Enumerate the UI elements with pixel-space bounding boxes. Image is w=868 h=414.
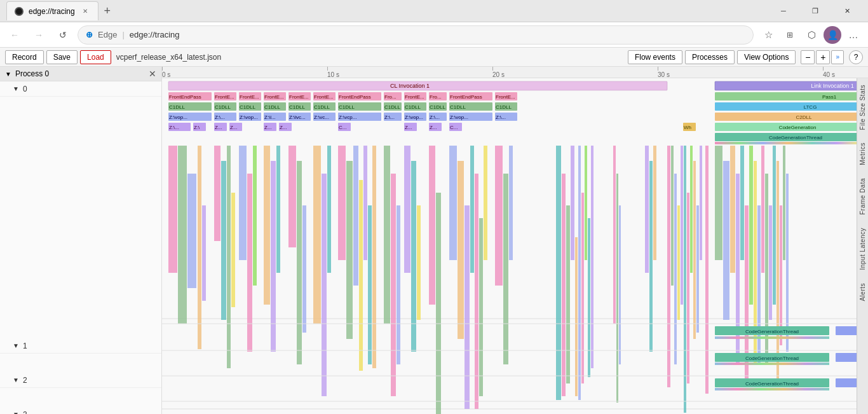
svg-text:Z:\...: Z:\...: [169, 125, 179, 130]
frame-data-tab[interactable]: Frame Data: [858, 172, 867, 221]
svg-text:C1DLL: C1DLL: [169, 104, 185, 110]
zoom-in-button[interactable]: +: [816, 50, 830, 64]
fit-button[interactable]: »: [831, 50, 844, 64]
zoom-out-button[interactable]: −: [801, 50, 815, 64]
thread-3-row[interactable]: ▼ 3: [0, 407, 161, 414]
svg-text:Pass1: Pass1: [822, 94, 837, 100]
process-0-header[interactable]: ▼ Process 0 ✕: [0, 67, 161, 81]
svg-text:FrontE...: FrontE...: [289, 94, 309, 100]
wallet-button[interactable]: ⬡: [802, 25, 821, 45]
svg-rect-194: [765, 174, 768, 364]
address-bar: ← → ↺ ⊕ Edge | edge://tracing ☆ ⊞ ⬡ 👤 …: [0, 22, 868, 48]
svg-text:C1DLL: C1DLL: [496, 104, 512, 110]
svg-text:FrontE...: FrontE...: [496, 94, 515, 100]
svg-text:FrontE...: FrontE...: [314, 94, 334, 100]
svg-rect-140: [397, 205, 400, 364]
svg-rect-151: [479, 218, 483, 396]
trace-panel: 0 s 10 s 20 s 30 s 40 s: [162, 67, 868, 414]
svg-rect-81: [715, 113, 857, 121]
close-button[interactable]: ✕: [832, 1, 862, 20]
browser-brand: Edge: [98, 30, 117, 39]
alerts-tab[interactable]: Alerts: [858, 277, 867, 308]
thread-3-triangle: ▼: [13, 411, 19, 414]
svg-rect-137: [372, 146, 376, 368]
svg-rect-123: [271, 161, 276, 352]
save-button[interactable]: Save: [46, 50, 78, 64]
tab-close-button[interactable]: ✕: [80, 6, 90, 17]
title-bar: edge://tracing ✕ + ─ ❐ ✕: [0, 0, 868, 22]
ruler-tick-30: 30 s: [658, 67, 670, 78]
favorites-button[interactable]: ☆: [759, 25, 778, 45]
svg-rect-153: [495, 146, 503, 286]
processes-button[interactable]: Processes: [685, 50, 735, 64]
thread-2-spacer: [0, 388, 161, 407]
thread-2-row[interactable]: ▼ 2: [0, 373, 161, 388]
tab-favicon: [15, 7, 24, 16]
svg-rect-200: [786, 174, 789, 352]
file-size-stats-tab[interactable]: File Size Stats: [858, 78, 867, 136]
svg-rect-130: [327, 146, 331, 273]
thread-0-row[interactable]: ▼ 0: [0, 81, 161, 97]
svg-rect-184: [715, 146, 722, 260]
svg-rect-142: [411, 161, 416, 352]
svg-rect-114: [202, 205, 206, 301]
svg-rect-124: [276, 146, 280, 273]
svg-rect-117: [227, 146, 231, 368]
svg-rect-146: [449, 146, 457, 260]
svg-rect-165: [591, 146, 593, 368]
new-tab-button[interactable]: +: [98, 2, 116, 20]
profile-button[interactable]: 👤: [824, 26, 841, 44]
address-separator: |: [122, 30, 124, 39]
svg-rect-148: [465, 205, 470, 409]
svg-rect-192: [757, 205, 761, 364]
edge-logo-icon: ⊕: [86, 30, 93, 39]
metrics-tab[interactable]: Metrics: [858, 136, 867, 172]
back-button[interactable]: ←: [5, 25, 24, 45]
svg-rect-167: [616, 174, 618, 403]
svg-rect-121: [253, 146, 257, 286]
ruler-label-10: 10 s: [327, 71, 339, 78]
svg-text:Wh: Wh: [684, 125, 691, 130]
svg-rect-134: [359, 180, 363, 371]
url-text: edge://tracing: [130, 30, 180, 39]
svg-text:LTCG: LTCG: [804, 104, 817, 110]
flow-events-button[interactable]: Flow events: [628, 50, 682, 64]
svg-rect-186: [730, 146, 735, 273]
address-field[interactable]: ⊕ Edge | edge://tracing: [78, 25, 754, 45]
active-tab[interactable]: edge://tracing ✕: [6, 1, 98, 20]
svg-text:CodeGenerationThread: CodeGenerationThread: [769, 135, 822, 141]
svg-text:C...: C...: [450, 125, 458, 130]
svg-rect-119: [239, 146, 247, 260]
refresh-button[interactable]: ↺: [53, 25, 72, 45]
svg-rect-138: [384, 146, 390, 324]
svg-text:Z:\vcp...: Z:\vcp...: [339, 114, 356, 120]
thread-1-triangle: ▼: [13, 342, 19, 349]
svg-rect-145: [436, 193, 441, 414]
settings-menu-button[interactable]: …: [844, 25, 863, 45]
input-latency-tab[interactable]: Input Latency: [858, 221, 867, 277]
svg-rect-157: [562, 174, 566, 396]
svg-rect-133: [353, 146, 358, 286]
svg-rect-144: [429, 146, 435, 305]
svg-rect-166: [613, 146, 616, 324]
svg-rect-183: [705, 146, 709, 394]
help-button[interactable]: ?: [849, 50, 863, 64]
process-close-icon[interactable]: ✕: [149, 69, 156, 79]
svg-text:C1DLL: C1DLL: [450, 104, 466, 110]
svg-rect-113: [198, 146, 201, 349]
restore-button[interactable]: ❐: [801, 1, 830, 20]
read-aloud-button[interactable]: ⊞: [780, 25, 799, 45]
forward-button[interactable]: →: [29, 25, 48, 45]
load-button[interactable]: Load: [80, 50, 111, 64]
window-controls: ─ ❐ ✕: [769, 1, 862, 20]
svg-rect-190: [749, 146, 753, 305]
thread-1-row[interactable]: ▼ 1: [0, 338, 161, 354]
minimize-button[interactable]: ─: [769, 1, 798, 20]
svg-text:Z...: Z...: [264, 125, 272, 130]
ruler-label-0: 0 s: [162, 71, 170, 78]
view-options-button[interactable]: View Options: [737, 50, 796, 64]
trace-visualization[interactable]: CL Invocation 1 Link Invocation 1 FrontE…: [162, 78, 857, 414]
svg-rect-143: [417, 205, 421, 320]
svg-rect-120: [247, 174, 252, 352]
record-button[interactable]: Record: [5, 50, 44, 64]
